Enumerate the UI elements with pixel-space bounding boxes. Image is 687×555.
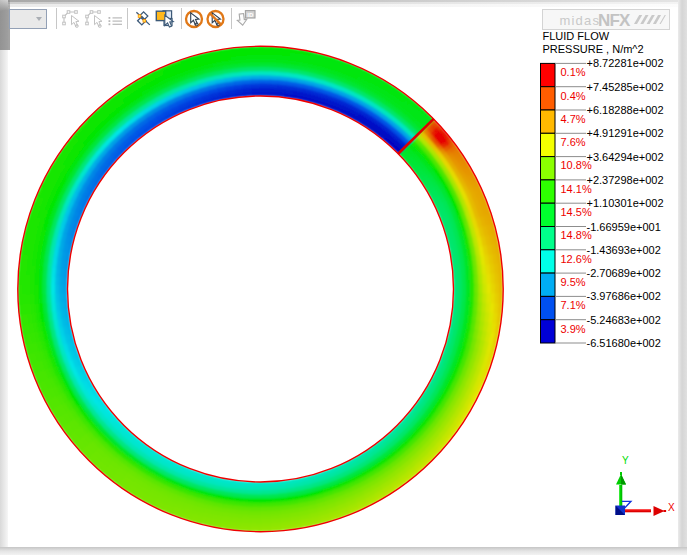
svg-text:14.1%: 14.1%: [561, 183, 592, 195]
svg-text:+7.45285e+002: +7.45285e+002: [587, 81, 664, 93]
svg-text:0.1%: 0.1%: [561, 66, 586, 78]
svg-text:10.8%: 10.8%: [561, 159, 592, 171]
svg-text:midas: midas: [560, 13, 601, 28]
svg-text:-5.24683e+002: -5.24683e+002: [587, 314, 661, 326]
svg-text:+4.91291e+002: +4.91291e+002: [587, 127, 664, 139]
svg-text:0.4%: 0.4%: [561, 90, 586, 102]
svg-text:PRESSURE , N/m^2: PRESSURE , N/m^2: [543, 43, 644, 55]
svg-text:14.8%: 14.8%: [561, 229, 592, 241]
svg-text:NFX: NFX: [598, 11, 631, 30]
svg-text:-1.66959e+001: -1.66959e+001: [587, 221, 661, 233]
svg-text:-2.70689e+002: -2.70689e+002: [587, 267, 661, 279]
svg-text:X: X: [668, 502, 675, 513]
svg-text:FLUID FLOW: FLUID FLOW: [543, 30, 610, 42]
svg-text:12.6%: 12.6%: [561, 253, 592, 265]
svg-text:-3.97686e+002: -3.97686e+002: [587, 290, 661, 302]
svg-text:4.7%: 4.7%: [561, 113, 586, 125]
svg-text:7.6%: 7.6%: [561, 136, 586, 148]
svg-text:Y: Y: [622, 455, 629, 466]
svg-text:14.5%: 14.5%: [561, 206, 592, 218]
svg-text:+1.10301e+002: +1.10301e+002: [587, 197, 664, 209]
svg-text:+6.18288e+002: +6.18288e+002: [587, 104, 664, 116]
svg-text:+2.37298e+002: +2.37298e+002: [587, 174, 664, 186]
svg-text:-6.51680e+002: -6.51680e+002: [587, 337, 661, 349]
svg-text:3.9%: 3.9%: [561, 323, 586, 335]
svg-text:9.5%: 9.5%: [561, 276, 586, 288]
svg-text:7.1%: 7.1%: [561, 299, 586, 311]
svg-text:+8.72281e+002: +8.72281e+002: [587, 57, 664, 69]
svg-text:+3.64294e+002: +3.64294e+002: [587, 151, 664, 163]
svg-text:-1.43693e+002: -1.43693e+002: [587, 244, 661, 256]
